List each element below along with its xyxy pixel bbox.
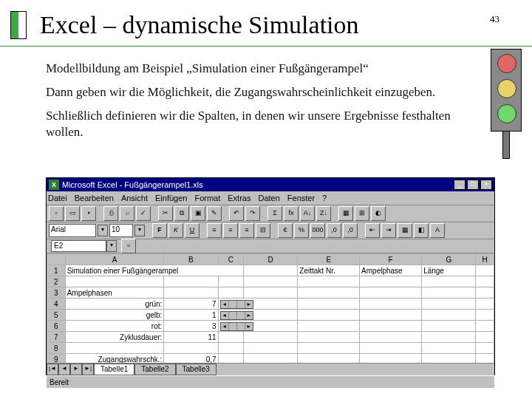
inc-dec-button[interactable]: ,0 xyxy=(327,223,341,238)
name-box[interactable]: E2 xyxy=(51,240,106,252)
thousands-button[interactable]: 000 xyxy=(310,223,325,238)
col-D[interactable]: D xyxy=(244,254,298,265)
tab-tabelle3[interactable]: Tabelle3 xyxy=(176,364,216,375)
cell-A7[interactable]: Zyklusdauer: xyxy=(65,332,164,343)
minimize-button[interactable]: _ xyxy=(454,180,466,190)
row-8[interactable]: 8 xyxy=(47,343,66,354)
row-5[interactable]: 5 xyxy=(47,310,66,321)
cell-G1[interactable]: Länge xyxy=(422,265,476,276)
align-center-button[interactable]: ≡ xyxy=(223,223,238,238)
sort-desc-button[interactable]: Z↓ xyxy=(316,206,331,221)
save-button[interactable]: ▪ xyxy=(81,206,96,221)
cell-A5[interactable]: gelb: xyxy=(65,310,164,321)
row-1[interactable]: 1 xyxy=(47,265,66,276)
size-dropdown-icon[interactable]: ▾ xyxy=(134,225,145,236)
dec-dec-button[interactable]: ,0 xyxy=(343,223,358,238)
excel-titlebar[interactable]: X Microsoft Excel - Fußgängerampel1.xls … xyxy=(47,178,494,191)
excel-sheet-tabs[interactable]: |◄◄►►| Tabelle1 Tabelle2 Tabelle3 xyxy=(47,363,494,375)
cell-A4[interactable]: grün: xyxy=(65,299,164,310)
currency-button[interactable]: € xyxy=(278,223,293,238)
name-dropdown-icon[interactable]: ▾ xyxy=(106,240,117,252)
col-F[interactable]: F xyxy=(360,254,422,265)
align-left-button[interactable]: ≡ xyxy=(207,223,222,238)
align-right-button[interactable]: ≡ xyxy=(239,223,254,238)
cell-B6[interactable]: 3 xyxy=(164,321,218,332)
font-combo[interactable]: Arial xyxy=(49,224,96,237)
sum-button[interactable]: Σ xyxy=(267,206,282,221)
fx-button[interactable]: fx xyxy=(284,206,299,221)
cell-B4[interactable]: 7 xyxy=(164,299,218,310)
close-button[interactable]: × xyxy=(480,180,492,190)
col-A[interactable]: A xyxy=(65,254,164,265)
maximize-button[interactable]: □ xyxy=(467,180,479,190)
fontcolor-button[interactable]: A xyxy=(430,223,445,238)
row-7[interactable]: 7 xyxy=(47,332,66,343)
borders-button[interactable]: ▦ xyxy=(398,223,412,238)
chart-button[interactable]: ▦ xyxy=(338,206,353,221)
print-button[interactable]: ⎙ xyxy=(103,206,118,221)
cut-button[interactable]: ✂ xyxy=(158,206,173,221)
spinner-yellow[interactable]: ◄ ► xyxy=(218,310,298,321)
row-2[interactable]: 2 xyxy=(47,276,66,287)
fmtpaint-button[interactable]: ✎ xyxy=(207,206,222,221)
merge-button[interactable]: ⊟ xyxy=(256,223,270,238)
bold-button[interactable]: F xyxy=(152,223,167,238)
col-header-row[interactable]: A B C D E F G H xyxy=(47,254,494,265)
underline-button[interactable]: U xyxy=(185,223,200,238)
tab-tabelle1[interactable]: Tabelle1 xyxy=(94,364,134,375)
indent-out-button[interactable]: ⇤ xyxy=(365,223,380,238)
row-4[interactable]: 4 xyxy=(47,299,66,310)
col-H[interactable]: H xyxy=(476,254,494,265)
cell-E1[interactable]: Zeittakt Nr. xyxy=(298,265,360,276)
open-button[interactable]: ▭ xyxy=(65,206,80,221)
sort-asc-button[interactable]: A↓ xyxy=(300,206,315,221)
menu-format[interactable]: Format xyxy=(194,194,220,202)
menu-einfuegen[interactable]: Einfügen xyxy=(155,194,187,202)
redo-button[interactable]: ↷ xyxy=(245,206,260,221)
spell-button[interactable]: ✓ xyxy=(136,206,151,221)
size-combo[interactable]: 10 xyxy=(109,224,133,237)
menu-extras[interactable]: Extras xyxy=(228,194,250,202)
menu-daten[interactable]: Daten xyxy=(258,194,279,202)
percent-button[interactable]: % xyxy=(294,223,309,238)
menu-bearbeiten[interactable]: Bearbeiten xyxy=(75,194,114,202)
cell-B9[interactable]: 0,7 xyxy=(164,354,218,364)
row-3[interactable]: 3 xyxy=(47,287,66,299)
worksheet[interactable]: A B C D E F G H 1 Simulation einer Fußgä… xyxy=(47,253,494,363)
excel-menubar[interactable]: Datei Bearbeiten Ansicht Einfügen Format… xyxy=(47,191,494,205)
cell-A1[interactable]: Simulation einer Fußgängerampel xyxy=(65,265,243,276)
new-button[interactable]: ▫ xyxy=(49,206,64,221)
select-all-corner[interactable] xyxy=(47,254,66,265)
indent-in-button[interactable]: ⇥ xyxy=(381,223,396,238)
col-C[interactable]: C xyxy=(218,254,244,265)
fill-button[interactable]: ◧ xyxy=(414,223,429,238)
tab-tabelle2[interactable]: Tabelle2 xyxy=(134,364,175,375)
spinner-green[interactable]: ◄ ► xyxy=(218,299,298,310)
undo-button[interactable]: ↶ xyxy=(229,206,244,221)
copy-button[interactable]: ⧉ xyxy=(174,206,189,221)
cell-A6[interactable]: rot: xyxy=(65,321,164,332)
cell-B7[interactable]: 11 xyxy=(164,332,218,343)
col-B[interactable]: B xyxy=(164,254,218,265)
tab-nav-buttons[interactable]: |◄◄►►| xyxy=(47,364,94,375)
menu-help[interactable]: ? xyxy=(322,194,327,202)
excel-grid[interactable]: A B C D E F G H 1 Simulation einer Fußgä… xyxy=(47,253,494,363)
cell-E2-selected[interactable] xyxy=(298,276,360,287)
paste-button[interactable]: ▣ xyxy=(191,206,205,221)
menu-datei[interactable]: Datei xyxy=(48,194,67,202)
col-E[interactable]: E xyxy=(298,254,360,265)
row-6[interactable]: 6 xyxy=(47,321,66,332)
cell-A3[interactable]: Ampelphasen xyxy=(65,287,164,299)
menu-fenster[interactable]: Fenster xyxy=(287,194,315,202)
preview-button[interactable]: ⌕ xyxy=(120,206,134,221)
cancel-entry-button[interactable]: = xyxy=(121,239,136,253)
italic-button[interactable]: K xyxy=(168,223,183,238)
cell-F1[interactable]: Ampelphase xyxy=(360,265,422,276)
menu-ansicht[interactable]: Ansicht xyxy=(121,194,148,202)
spinner-red[interactable]: ◄ ► xyxy=(218,321,298,332)
cell-B5[interactable]: 1 xyxy=(164,310,218,321)
col-G[interactable]: G xyxy=(422,254,476,265)
map-button[interactable]: ⊞ xyxy=(355,206,369,221)
cell-A9[interactable]: Zugangswahrschk.: xyxy=(65,354,164,364)
drawing-button[interactable]: ◐ xyxy=(371,206,386,221)
